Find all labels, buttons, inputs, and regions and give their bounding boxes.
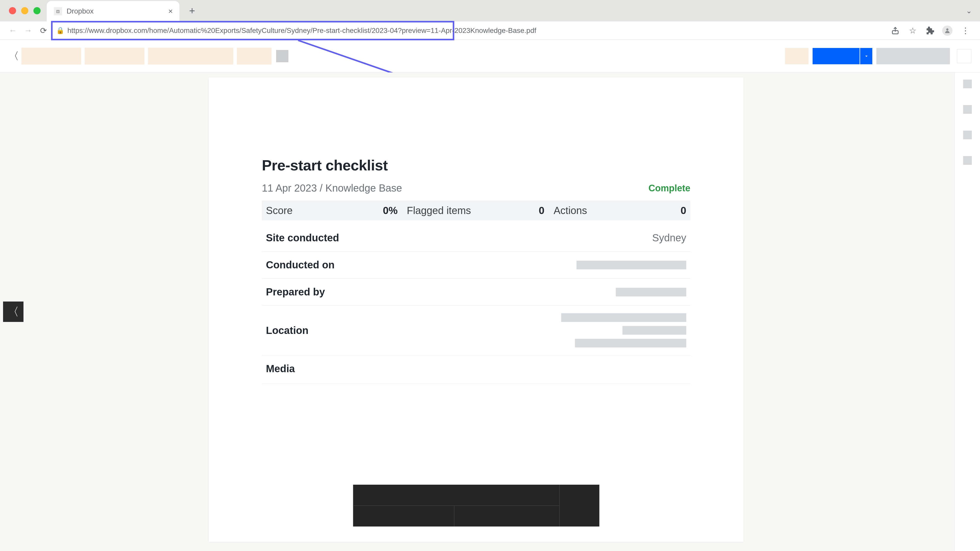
dropbox-header: 〈: [0, 40, 980, 73]
field-conducted-on: Conducted on: [262, 251, 690, 279]
window-traffic-lights: [0, 7, 41, 14]
field-label: Location: [266, 325, 309, 336]
field-prepared-by: Prepared by: [262, 279, 690, 306]
forward-icon[interactable]: →: [22, 25, 34, 36]
score-label: Score: [266, 205, 293, 216]
breadcrumb-segment[interactable]: [85, 48, 145, 65]
actions-value: 0: [681, 205, 686, 216]
extensions-icon[interactable]: [925, 25, 935, 36]
secondary-action-button[interactable]: [877, 48, 950, 64]
tab-title: Dropbox: [67, 7, 94, 15]
document-title: Pre-start checklist: [262, 157, 690, 174]
browser-right-icons: ☆ ⋮: [890, 25, 975, 36]
breadcrumb-segment[interactable]: [148, 48, 233, 65]
overflow-menu-button[interactable]: [957, 49, 971, 63]
primary-action-button[interactable]: [813, 48, 859, 64]
chrome-menu-icon[interactable]: ⋮: [959, 25, 970, 36]
pdf-controls-bar[interactable]: [353, 485, 599, 527]
browser-tab-strip: ⧈ Dropbox × + ⌄: [0, 0, 980, 21]
new-tab-button[interactable]: +: [185, 3, 200, 19]
breadcrumb-segment[interactable]: [237, 48, 272, 65]
bookmark-star-icon[interactable]: ☆: [907, 25, 918, 36]
tab-overflow-icon[interactable]: ⌄: [966, 6, 972, 15]
preview-back-button[interactable]: 〈: [9, 49, 18, 63]
sidebar-tool-icon[interactable]: [963, 156, 972, 165]
address-bar-highlight: 🔒 https://www.dropbox.com/home/Automatic…: [51, 21, 454, 40]
browser-tab[interactable]: ⧈ Dropbox ×: [47, 1, 180, 21]
field-label: Prepared by: [266, 286, 325, 298]
redacted-value: [576, 261, 686, 269]
breadcrumb-segment[interactable]: [21, 48, 81, 65]
score-value: 0%: [383, 205, 398, 216]
document-subtitle: 11 Apr 2023 / Knowledge Base: [262, 183, 402, 194]
tab-close-icon[interactable]: ×: [168, 7, 173, 16]
redacted-value: [622, 326, 686, 335]
window-fullscreen-icon[interactable]: [33, 7, 41, 14]
header-actions: [785, 48, 971, 64]
prev-page-button[interactable]: 〈: [3, 302, 24, 322]
svg-point-1: [946, 28, 948, 30]
flagged-value: 0: [539, 205, 544, 216]
sidebar-tool-icon[interactable]: [963, 105, 972, 114]
share-icon[interactable]: [890, 25, 900, 36]
sidebar-tool-icon[interactable]: [963, 130, 972, 139]
preview-stage: 〈 Pre-start checklist 11 Apr 2023 / Know…: [0, 73, 955, 551]
reload-icon[interactable]: ⟳: [38, 25, 49, 36]
field-site-conducted: Site conducted Sydney: [262, 221, 690, 251]
profile-avatar-icon[interactable]: [942, 25, 953, 36]
dropbox-favicon-icon: ⧈: [54, 7, 62, 15]
summary-stats: Score 0% Flagged items 0 Actions 0: [262, 200, 690, 221]
breadcrumb-overflow[interactable]: [276, 50, 288, 62]
field-label: Media: [266, 363, 686, 375]
right-sidebar: [955, 73, 980, 551]
redacted-value: [561, 313, 686, 322]
status-badge: Complete: [649, 183, 690, 194]
back-icon[interactable]: ←: [7, 25, 18, 36]
flagged-label: Flagged items: [407, 205, 471, 216]
address-bar[interactable]: https://www.dropbox.com/home/Automatic%2…: [67, 27, 536, 35]
browser-toolbar: ← → ⟳ 🔒 https://www.dropbox.com/home/Aut…: [0, 21, 980, 40]
document-page: Pre-start checklist 11 Apr 2023 / Knowle…: [209, 78, 743, 542]
redacted-value: [616, 288, 686, 297]
sidebar-tool-icon[interactable]: [963, 79, 972, 88]
lock-icon[interactable]: 🔒: [56, 27, 64, 35]
field-value: Sydney: [652, 232, 686, 244]
field-location: Location: [262, 306, 690, 355]
header-action-button[interactable]: [785, 48, 808, 64]
redacted-value: [575, 339, 686, 348]
actions-label: Actions: [554, 205, 587, 216]
field-label: Conducted on: [266, 259, 334, 271]
window-close-icon[interactable]: [9, 7, 16, 14]
window-minimize-icon[interactable]: [21, 7, 28, 14]
field-media: Media: [262, 355, 690, 384]
field-label: Site conducted: [266, 232, 339, 244]
primary-action-dropdown[interactable]: [860, 48, 872, 64]
